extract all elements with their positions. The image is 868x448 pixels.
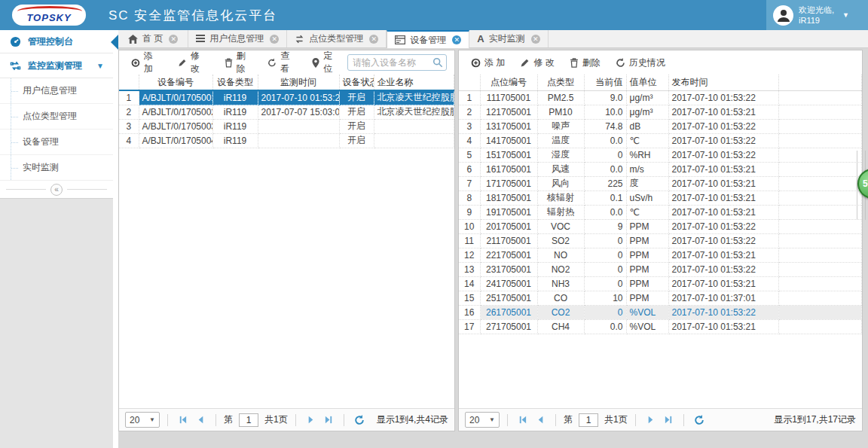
column-header[interactable]: 值单位 <box>626 75 668 90</box>
column-header[interactable]: 设备状态 <box>339 75 374 90</box>
badge-value: 56 <box>863 178 868 189</box>
divider <box>6 189 46 190</box>
add-button[interactable]: 添 加 <box>124 47 170 78</box>
edit-button[interactable]: 修 改 <box>170 47 217 78</box>
cell: 2017-07-10 01:53:22 <box>668 90 778 105</box>
cell: %RH <box>626 148 668 162</box>
table-row[interactable]: 7171705001风向225度2017-07-10 01:53:21 <box>459 176 862 190</box>
cell: VOC <box>537 219 584 233</box>
close-icon[interactable]: ✕ <box>369 35 378 44</box>
edit-button[interactable]: 修 改 <box>512 53 561 72</box>
cell: 噪声 <box>537 119 584 133</box>
page-number-input[interactable] <box>239 413 258 427</box>
collapse-sidebar-button[interactable]: « <box>50 184 63 196</box>
cell: 2017-07-10 01:53:21 <box>668 205 778 219</box>
column-header[interactable]: 企业名称 <box>374 75 454 90</box>
history-button[interactable]: 历史情况 <box>608 53 673 72</box>
page-size-select[interactable]: 20 ▼ <box>125 412 160 428</box>
first-page-button[interactable] <box>176 415 190 425</box>
table-row[interactable]: 1A/BJLT/0/1705001iR1192017-07-10 01:53:2… <box>119 90 454 105</box>
table-row[interactable]: 2A/BJLT/0/1705002iR1192017-07-07 15:03:0… <box>119 105 454 119</box>
user-menu[interactable]: 欢迎光临, iR119 ▼ <box>766 0 868 30</box>
tab-home[interactable]: 首 页 ✕ <box>118 30 188 47</box>
column-header[interactable]: 设备类型 <box>212 75 258 90</box>
view-button[interactable]: 查看 <box>260 47 304 78</box>
cell: %VOL <box>626 319 668 334</box>
tab-point-type[interactable]: 点位类型管理 ✕ <box>287 30 387 47</box>
table-row[interactable]: 15251705001CO10PPM2017-07-10 01:37:01 <box>459 291 862 305</box>
sidebar-item-monitoring[interactable]: 监控监测管理 ▼ <box>0 53 113 78</box>
reload-button[interactable] <box>352 415 367 425</box>
table-row[interactable]: 16261705001CO20%VOL2017-07-10 01:53:22 <box>459 305 862 319</box>
cell: 2017-07-10 01:53:21 <box>668 276 778 291</box>
last-page-button[interactable] <box>662 415 676 425</box>
search-icon[interactable] <box>432 57 443 68</box>
cell <box>778 248 862 262</box>
cell: 度 <box>626 176 668 190</box>
reload-button[interactable] <box>692 415 707 425</box>
next-page-button[interactable] <box>643 415 658 425</box>
table-row[interactable]: 12221705001NO0PPM2017-07-10 01:53:21 <box>459 248 862 262</box>
table-row[interactable]: 14241705001NH30PPM2017-07-10 01:53:21 <box>459 276 862 291</box>
prev-page-button[interactable] <box>194 415 208 425</box>
sidebar-item-point-type[interactable]: 点位类型管理 <box>0 104 113 130</box>
column-header[interactable] <box>778 75 862 90</box>
table-row[interactable]: 4141705001温度0.0℃2017-07-10 01:53:22 <box>459 133 862 148</box>
table-row[interactable]: 3A/BJLT/0/1705003iR119开启 <box>119 119 454 133</box>
table-row[interactable]: 8181705001核辐射0.1uSv/h2017-07-10 01:53:21 <box>459 190 862 205</box>
locate-button[interactable]: 定位 <box>304 47 347 78</box>
cell: uSv/h <box>626 190 668 205</box>
next-page-button[interactable] <box>304 415 318 425</box>
delete-button[interactable]: 删除 <box>217 47 261 78</box>
sidebar-item-realtime[interactable]: 实时监测 <box>0 155 113 181</box>
sidebar-item-label: 管理控制台 <box>28 35 73 48</box>
sidebar-item-console[interactable]: 管理控制台 <box>0 30 113 53</box>
table-row[interactable]: 4A/BJLT/0/1705004iR119开启 <box>119 133 454 148</box>
close-icon[interactable]: ✕ <box>452 35 461 44</box>
tab-user-info[interactable]: 用户信息管理 ✕ <box>188 30 287 47</box>
column-header[interactable]: 当前值 <box>584 75 626 90</box>
table-row[interactable]: 13231705001NO20PPM2017-07-10 01:53:22 <box>459 262 862 276</box>
close-icon[interactable]: ✕ <box>270 35 279 44</box>
cell: 辐射热 <box>537 205 584 219</box>
cell: 2017-07-10 01:37:01 <box>668 291 778 305</box>
close-icon[interactable]: ✕ <box>531 35 540 44</box>
table-row[interactable]: 6161705001风速0.0m/s2017-07-10 01:53:21 <box>459 162 862 176</box>
table-row[interactable]: 3131705001噪声74.8dB2017-07-10 01:53:22 <box>459 119 862 133</box>
point-table-header: 点位编号点类型当前值值单位发布时间 <box>459 75 862 90</box>
page-number-input[interactable] <box>579 413 598 427</box>
table-row[interactable]: 9191705001辐射热0.0℃2017-07-10 01:53:21 <box>459 205 862 219</box>
last-page-button[interactable] <box>322 415 336 425</box>
first-page-button[interactable] <box>515 415 530 425</box>
page-size-select[interactable]: 20 ▼ <box>465 412 500 428</box>
column-header[interactable]: 点位编号 <box>480 75 537 90</box>
table-row[interactable]: 17271705001CH40.0%VOL2017-07-10 01:53:21 <box>459 319 862 334</box>
tab-realtime[interactable]: A 实时监测 ✕ <box>469 30 548 47</box>
delete-button[interactable]: 删除 <box>562 53 608 72</box>
cell <box>778 305 862 319</box>
prev-page-button[interactable] <box>533 415 548 425</box>
sidebar-item-user-info[interactable]: 用户信息管理 <box>0 78 113 104</box>
history-icon <box>616 58 625 68</box>
cell: 271705001 <box>480 319 537 334</box>
point-table: 点位编号点类型当前值值单位发布时间 1111705001PM2.59.0μg/m… <box>459 75 862 334</box>
column-header[interactable] <box>459 75 480 90</box>
cell: PPM <box>626 233 668 248</box>
row-number: 4 <box>119 133 139 148</box>
tab-device-mgmt[interactable]: 设备管理 ✕ <box>387 30 469 48</box>
table-row[interactable]: 5151705001湿度0%RH2017-07-10 01:53:22 <box>459 148 862 162</box>
column-header[interactable]: 设备编号 <box>139 75 212 90</box>
add-button[interactable]: 添 加 <box>463 53 512 72</box>
table-row[interactable]: 10201705001VOC9PPM2017-07-10 01:53:22 <box>459 219 862 233</box>
column-header[interactable] <box>119 75 139 90</box>
column-header[interactable]: 点类型 <box>537 75 584 90</box>
table-row[interactable]: 11211705001SO20PPM2017-07-10 01:53:22 <box>459 233 862 248</box>
sidebar-item-device-mgmt[interactable]: 设备管理 <box>0 130 113 155</box>
table-row[interactable]: 2121705001PM1010.0μg/m³2017-07-10 01:53:… <box>459 105 862 119</box>
table-row[interactable]: 1111705001PM2.59.0μg/m³2017-07-10 01:53:… <box>459 90 862 105</box>
cell: iR119 <box>212 105 258 119</box>
column-header[interactable]: 发布时间 <box>668 75 778 90</box>
column-header[interactable]: 监测时间 <box>258 75 339 90</box>
close-icon[interactable]: ✕ <box>169 35 178 44</box>
cell: 225 <box>584 176 626 190</box>
